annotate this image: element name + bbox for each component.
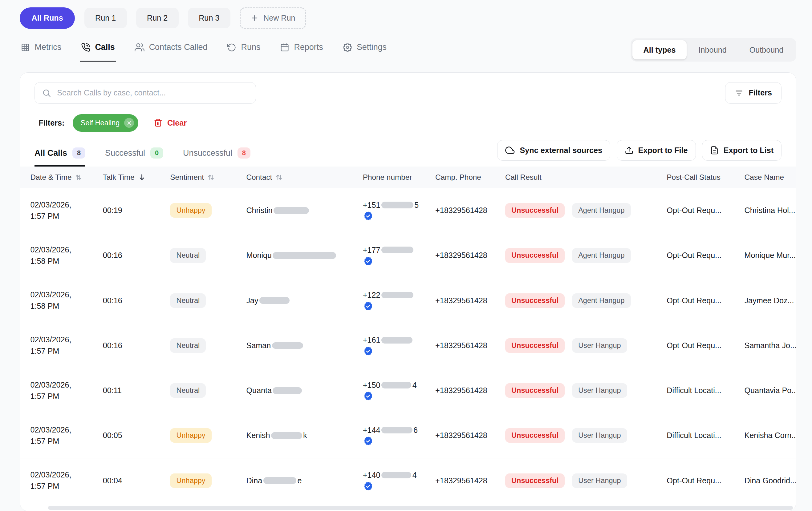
tab-label: Reports (294, 42, 323, 52)
remove-filter-icon[interactable] (124, 118, 134, 128)
cell-contact: Moniqu (241, 251, 358, 260)
table-header: Date & Time Talk Time Sentiment Contact … (20, 167, 796, 188)
column-header-case-name: Case Name (739, 173, 796, 182)
time-line: 1:57 PM (30, 391, 92, 402)
filters-button[interactable]: Filters (725, 82, 782, 104)
cell-camp-phone: +18329561428 (430, 386, 500, 395)
tab-label: Runs (241, 42, 261, 52)
table-row[interactable]: 02/03/2026, 1:58 PM 00:16 Neutral Jay +1… (20, 278, 796, 323)
cell-contact: Christin (241, 206, 358, 215)
cell-case-name: Christina Hol... (739, 206, 796, 215)
date-line: 02/03/2026, (30, 289, 92, 300)
sync-external-sources-button[interactable]: Sync external sources (497, 140, 610, 161)
cell-case-name: Jaymee Doz... (739, 296, 796, 305)
hangup-chip: Agent Hangup (572, 248, 631, 263)
new-run-button[interactable]: New Run (240, 7, 306, 29)
table-row[interactable]: 02/03/2026, 1:57 PM 00:04 Unhappy Dinae … (20, 458, 796, 503)
cell-post-call-status: Opt-Out Requ... (662, 251, 739, 260)
date-line: 02/03/2026, (30, 199, 92, 211)
table-row[interactable]: 02/03/2026, 1:57 PM 00:11 Neutral Quanta… (20, 368, 796, 413)
horizontal-scrollbar[interactable] (48, 506, 793, 510)
call-result-chip: Unsuccessful (505, 474, 564, 488)
tab-calls[interactable]: Calls (80, 37, 116, 61)
cell-post-call-status: Difficult Locati... (662, 386, 739, 395)
tab-label: Settings (357, 42, 386, 52)
filters-row-label: Filters: (38, 119, 64, 127)
clear-filters-button[interactable]: Clear (154, 119, 187, 127)
run-filter-run-1[interactable]: Run 1 (84, 8, 127, 28)
tab-label: Contacts Called (149, 42, 208, 52)
export-to-file-button[interactable]: Export to File (617, 140, 696, 161)
cell-date-time: 02/03/2026, 1:57 PM (20, 199, 98, 222)
run-filter-all-runs[interactable]: All Runs (20, 7, 75, 29)
contact-suffix: e (297, 476, 302, 485)
contact-prefix: Christin (246, 206, 272, 215)
search-box[interactable] (34, 82, 256, 104)
tab-unsuccessful[interactable]: Unsuccessful 8 (183, 147, 251, 166)
contacts-icon (135, 42, 144, 52)
sentiment-chip: Neutral (170, 293, 206, 308)
date-line: 02/03/2026, (30, 469, 92, 481)
tab-all-calls[interactable]: All Calls 8 (34, 147, 85, 166)
run-filter-run-3[interactable]: Run 3 (188, 8, 230, 28)
cell-case-name: Dina Goodrid... (739, 476, 796, 485)
cell-post-call-status: Opt-Out Requ... (662, 206, 739, 215)
toggle-all-types[interactable]: All types (632, 40, 687, 59)
cell-call-result: Unsuccessful User Hangup (500, 338, 661, 353)
tab-settings[interactable]: Settings (342, 37, 387, 61)
column-header-sentiment[interactable]: Sentiment (165, 173, 241, 182)
hangup-chip: Agent Hangup (572, 203, 631, 218)
toggle-inbound[interactable]: Inbound (688, 40, 737, 59)
column-header-date-time[interactable]: Date & Time (20, 173, 98, 182)
tab-runs[interactable]: Runs (226, 37, 262, 61)
nav-row: Metrics Calls Contacts Called Runs Repor… (0, 34, 812, 62)
run-filter-run-2[interactable]: Run 2 (136, 8, 179, 28)
trash-icon (154, 119, 163, 127)
tab-metrics[interactable]: Metrics (20, 37, 62, 61)
call-tab-label: All Calls (34, 148, 67, 158)
column-header-phone-number: Phone number (358, 173, 430, 182)
all-calls-count-badge: 8 (72, 147, 85, 158)
cell-case-name: Monique Mur... (739, 251, 796, 260)
cell-camp-phone: +18329561428 (430, 296, 500, 305)
nav-tabs: Metrics Calls Contacts Called Runs Repor… (20, 37, 620, 61)
cell-phone-number: +122 (358, 291, 430, 310)
cell-talk-time: 00:19 (98, 206, 165, 215)
tab-reports[interactable]: Reports (279, 37, 324, 61)
toggle-outbound[interactable]: Outbound (738, 40, 794, 59)
tab-contacts-called[interactable]: Contacts Called (134, 37, 208, 61)
history-icon (227, 43, 236, 52)
export-list-label: Export to List (724, 146, 774, 155)
export-to-list-button[interactable]: Export to List (702, 140, 782, 161)
contact-redaction-bar (273, 207, 309, 214)
contact-redaction-bar (263, 477, 297, 484)
filter-chip-self-healing[interactable]: Self Healing (73, 114, 138, 132)
call-result-chip: Unsuccessful (505, 293, 564, 308)
contact-redaction-bar (272, 252, 336, 259)
cell-sentiment: Unhappy (165, 203, 241, 218)
table-row[interactable]: 02/03/2026, 1:57 PM 00:16 Neutral Saman … (20, 323, 796, 368)
table-row[interactable]: 02/03/2026, 1:57 PM 00:05 Unhappy Kenish… (20, 413, 796, 458)
column-header-contact[interactable]: Contact (241, 173, 358, 182)
search-input[interactable] (57, 88, 249, 97)
cell-call-result: Unsuccessful User Hangup (500, 383, 661, 398)
phone-suffix: 4 (412, 381, 417, 390)
sentiment-chip: Unhappy (170, 474, 211, 488)
time-line: 1:57 PM (30, 211, 92, 222)
cell-camp-phone: +18329561428 (430, 431, 500, 440)
table-row[interactable]: 02/03/2026, 1:57 PM 00:19 Unhappy Christ… (20, 188, 796, 233)
verified-badge-icon (364, 482, 373, 491)
cell-phone-number: +1515 (358, 201, 430, 220)
verified-badge-icon (364, 347, 373, 356)
hangup-chip: User Hangup (572, 338, 627, 353)
sort-desc-icon (138, 173, 146, 181)
cell-sentiment: Unhappy (165, 474, 241, 488)
cell-call-result: Unsuccessful User Hangup (500, 474, 661, 488)
cell-sentiment: Neutral (165, 293, 241, 308)
cell-date-time: 02/03/2026, 1:57 PM (20, 379, 98, 402)
tab-successful[interactable]: Successful 0 (105, 147, 163, 166)
table-row[interactable]: 02/03/2026, 1:58 PM 00:16 Neutral Moniqu… (20, 233, 796, 278)
phone-call-icon (81, 43, 90, 52)
call-result-chip: Unsuccessful (505, 383, 564, 398)
column-header-talk-time[interactable]: Talk Time (98, 173, 165, 182)
